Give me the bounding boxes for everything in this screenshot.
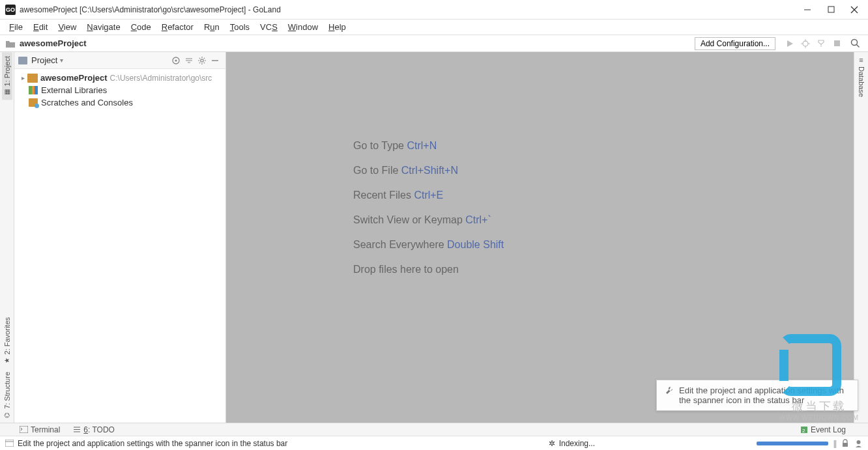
spinner-icon: ✲ [549, 439, 555, 448]
folder-icon [5, 39, 16, 48]
status-window-icon[interactable] [5, 440, 14, 447]
hint-recent-files: Recent Files Ctrl+E [353, 190, 504, 201]
scratches-icon [29, 98, 38, 107]
tree-node-label: awesomeProject [40, 73, 108, 83]
title-bar: GO awesomeProject [C:\Users\Administrato… [0, 0, 868, 20]
progress-bar [757, 442, 828, 445]
coverage-button[interactable] [815, 37, 828, 50]
status-message: Edit the project and application setting… [18, 439, 387, 448]
editor-hints: Go to Type Ctrl+N Go to File Ctrl+Shift+… [353, 140, 504, 288]
svg-rect-35 [843, 443, 848, 447]
collapse-all-button[interactable] [182, 54, 195, 67]
chevron-down-icon[interactable]: ▾ [60, 57, 63, 64]
svg-rect-9 [834, 40, 840, 46]
project-view-label[interactable]: Project [31, 55, 57, 65]
svg-line-25 [199, 62, 200, 63]
menu-edit[interactable]: Edit [28, 21, 53, 33]
right-tool-stripe: ≡Database [854, 52, 868, 423]
status-bar: Edit the project and application setting… [0, 436, 868, 450]
tab-database[interactable]: ≡Database [856, 52, 867, 101]
hector-icon[interactable] [854, 439, 863, 447]
project-view-icon [18, 57, 27, 64]
hint-search-everywhere: Search Everywhere Double Shift [353, 239, 504, 251]
svg-line-23 [204, 62, 205, 63]
bottom-tool-stripe: Terminal 6: TODO 2Event Log [0, 423, 868, 436]
tree-scratches[interactable]: Scratches and Consoles [18, 96, 222, 109]
wrench-icon [665, 386, 674, 405]
settings-gear-icon[interactable] [195, 54, 209, 67]
hint-goto-type: Go to Type Ctrl+N [353, 140, 504, 152]
pause-icon[interactable]: || [833, 439, 836, 448]
run-button[interactable] [783, 37, 796, 50]
svg-point-17 [201, 59, 203, 61]
app-icon: GO [5, 5, 16, 15]
menu-window[interactable]: Window [283, 21, 323, 33]
expand-arrow-icon[interactable]: ▸ [18, 74, 27, 81]
menu-run[interactable]: Run [199, 21, 225, 33]
menu-tools[interactable]: Tools [225, 21, 255, 33]
lock-icon[interactable] [841, 439, 849, 447]
debug-button[interactable] [799, 37, 812, 50]
svg-rect-27 [20, 426, 28, 433]
svg-point-13 [175, 59, 177, 61]
menu-code[interactable]: Code [126, 21, 156, 33]
tab-project[interactable]: ▦1: Project [2, 52, 12, 100]
minimize-button[interactable] [803, 5, 812, 14]
add-configuration-button[interactable]: Add Configuration... [695, 37, 775, 50]
project-tree[interactable]: ▸ awesomeProject C:\Users\Administrator\… [14, 69, 225, 111]
editor-area[interactable]: Go to Type Ctrl+N Go to File Ctrl+Shift+… [226, 52, 854, 423]
tree-external-libraries[interactable]: External Libraries [18, 84, 222, 96]
close-button[interactable] [850, 5, 859, 14]
hide-button[interactable] [209, 54, 222, 67]
tree-node-label: External Libraries [41, 85, 107, 95]
tree-root[interactable]: ▸ awesomeProject C:\Users\Administrator\… [18, 72, 222, 84]
maximize-button[interactable] [826, 5, 835, 14]
stop-button[interactable] [830, 37, 843, 50]
svg-point-4 [803, 41, 808, 46]
tooltip-text: Edit the project and application setting… [679, 386, 850, 405]
search-everywhere-button[interactable] [848, 37, 861, 50]
tab-event-log[interactable]: 2Event Log [800, 425, 846, 434]
main-area: ▦1: Project ★2: Favorites ⌬7: Structure … [0, 52, 868, 423]
tree-node-path: C:\Users\Administrator\go\src [110, 74, 212, 83]
svg-line-24 [204, 57, 205, 58]
hint-goto-file: Go to File Ctrl+Shift+N [353, 165, 504, 176]
tab-favorites[interactable]: ★2: Favorites [2, 313, 12, 368]
status-right: || [757, 439, 863, 448]
status-center: ✲ Indexing... [387, 439, 757, 448]
hint-drop-files: Drop files here to open [353, 264, 504, 275]
project-tool-window: Project ▾ ▸ awesomeProject C:\Users\Admi… [14, 52, 226, 423]
navigation-bar: awesomeProject Add Configuration... [0, 35, 868, 52]
menu-bar: File Edit View Navigate Code Refactor Ru… [0, 20, 868, 35]
project-header: Project ▾ [14, 52, 225, 69]
svg-point-10 [851, 40, 857, 46]
left-tool-stripe: ▦1: Project ★2: Favorites ⌬7: Structure [0, 52, 14, 423]
window-title: awesomeProject [C:\Users\Administrator\g… [20, 5, 803, 14]
menu-refactor[interactable]: Refactor [156, 21, 199, 33]
window-controls [803, 5, 859, 14]
libraries-icon [29, 86, 38, 94]
locate-button[interactable] [169, 54, 182, 67]
svg-rect-33 [5, 440, 14, 447]
svg-line-22 [199, 57, 200, 58]
tooltip: Edit the project and application setting… [656, 380, 858, 411]
svg-point-36 [857, 440, 861, 444]
tab-todo[interactable]: 6: TODO [73, 425, 115, 434]
breadcrumb[interactable]: awesomeProject [20, 38, 87, 48]
menu-help[interactable]: Help [323, 21, 351, 33]
menu-file[interactable]: File [4, 21, 28, 33]
svg-rect-1 [828, 7, 834, 12]
svg-line-11 [856, 45, 859, 48]
hint-switch-view: Switch View or Keymap Ctrl+` [353, 214, 504, 226]
menu-view[interactable]: View [53, 21, 81, 33]
svg-text:2: 2 [802, 427, 805, 433]
menu-vcs[interactable]: VCS [255, 21, 283, 33]
tab-terminal[interactable]: Terminal [20, 425, 60, 434]
folder-icon [27, 74, 38, 83]
tree-node-label: Scratches and Consoles [41, 98, 133, 107]
tab-structure[interactable]: ⌬7: Structure [2, 368, 12, 423]
menu-navigate[interactable]: Navigate [81, 21, 125, 33]
indexing-label: Indexing... [559, 439, 595, 448]
